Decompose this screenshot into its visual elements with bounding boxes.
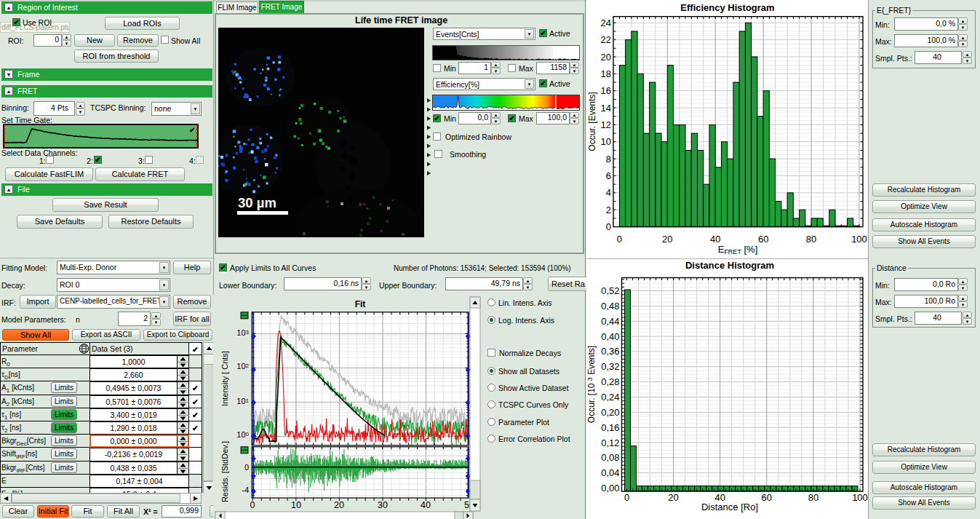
svg-text:30: 30 — [378, 500, 388, 510]
svg-text:100: 100 — [852, 492, 868, 503]
svg-text:0: 0 — [606, 221, 611, 232]
svg-text:18: 18 — [601, 68, 611, 79]
svg-text:Distance Histogram: Distance Histogram — [685, 260, 774, 271]
svg-text:0,20: 0,20 — [601, 407, 619, 418]
svg-text:0,28: 0,28 — [601, 376, 619, 387]
svg-text:2: 2 — [606, 205, 611, 215]
svg-text:10: 10 — [601, 136, 611, 147]
svg-text:12: 12 — [601, 119, 611, 130]
svg-text:40: 40 — [710, 234, 720, 245]
svg-text:Efficiency Histogram: Efficiency Histogram — [680, 2, 774, 13]
svg-text:80: 80 — [808, 492, 818, 503]
svg-text:60: 60 — [762, 492, 772, 503]
svg-text:Occur. [10 3 Events]: Occur. [10 3 Events] — [586, 346, 597, 423]
svg-text:10: 10 — [291, 500, 301, 510]
svg-text:14: 14 — [601, 103, 611, 114]
svg-text:-4: -4 — [242, 486, 249, 494]
svg-text:Occur. [Events]: Occur. [Events] — [587, 92, 597, 151]
svg-text:0,32: 0,32 — [601, 361, 619, 372]
svg-text:0,48: 0,48 — [601, 301, 619, 312]
svg-text:0,24: 0,24 — [601, 392, 619, 403]
svg-text:0,04: 0,04 — [601, 467, 619, 478]
svg-text:0,12: 0,12 — [601, 437, 619, 448]
svg-text:Fit: Fit — [355, 299, 366, 309]
svg-text:60: 60 — [758, 234, 768, 245]
svg-text:20: 20 — [334, 500, 344, 510]
svg-text:4: 4 — [606, 187, 611, 198]
svg-text:0: 0 — [624, 492, 629, 503]
svg-text:24: 24 — [601, 17, 611, 28]
svg-text:16: 16 — [601, 85, 611, 96]
svg-text:0,36: 0,36 — [601, 346, 619, 357]
svg-text:100: 100 — [851, 234, 867, 245]
svg-text:0,40: 0,40 — [601, 331, 619, 342]
svg-text:0,00: 0,00 — [601, 483, 619, 494]
svg-text:30 µm: 30 µm — [238, 195, 276, 210]
svg-text:40: 40 — [421, 500, 431, 510]
svg-text:0,52: 0,52 — [601, 285, 619, 296]
svg-text:0,08: 0,08 — [601, 452, 619, 463]
svg-text:8: 8 — [606, 154, 611, 165]
svg-text:Intensity [ Cnts]: Intensity [ Cnts] — [220, 351, 229, 406]
svg-text:0: 0 — [250, 500, 255, 510]
svg-text:Distance [Ro]: Distance [Ro] — [701, 502, 758, 512]
svg-text:Resids. [StdDev.]: Resids. [StdDev.] — [220, 441, 229, 502]
svg-text:20: 20 — [668, 492, 678, 503]
svg-text:20: 20 — [601, 52, 611, 63]
svg-text:22: 22 — [601, 34, 611, 45]
svg-text:80: 80 — [806, 234, 816, 245]
svg-text:0: 0 — [617, 234, 622, 245]
svg-text:0,16: 0,16 — [601, 422, 619, 433]
svg-text:6: 6 — [606, 170, 611, 181]
svg-text:✔: ✔ — [189, 126, 195, 134]
svg-text:20: 20 — [662, 234, 672, 245]
svg-text:0: 0 — [244, 463, 249, 472]
svg-text:0,44: 0,44 — [601, 316, 619, 327]
